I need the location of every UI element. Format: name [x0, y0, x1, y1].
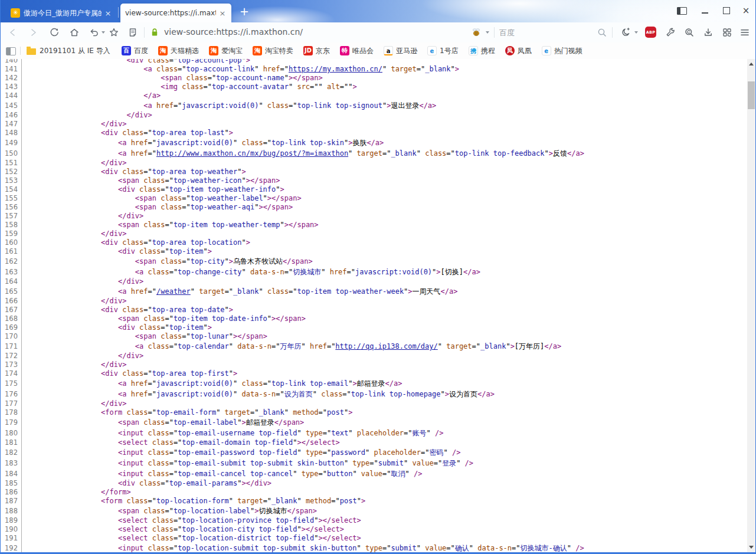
bookmark-folder-ie-import[interactable]: 20191101 从 IE 导入 — [27, 42, 110, 59]
line-number: 183 — [1, 458, 22, 468]
bookmark-item[interactable]: 凤凤凰 — [505, 46, 532, 56]
home-icon[interactable] — [69, 27, 80, 38]
code-text: <img class="top-account-avatar" src="" a… — [22, 83, 357, 91]
source-code-line: 140 <div class="top-account-pop"> — [1, 59, 747, 65]
code-text: </form> — [22, 488, 131, 497]
bookmark-favicon-icon: a — [384, 46, 393, 55]
line-number: 153 — [1, 176, 22, 185]
search-engine-bee-icon[interactable] — [471, 27, 482, 38]
adblock-plus-icon[interactable]: ABP — [645, 27, 656, 38]
https-lock-icon[interactable] — [149, 27, 160, 38]
code-text: </div> — [22, 212, 143, 221]
line-number: 159 — [1, 230, 22, 238]
tab-title: view-source:https://i.maxthon.cn/ — [125, 9, 216, 17]
notes-page-icon[interactable] — [127, 27, 138, 38]
source-code-line: 190 <select class="top-location-city top… — [1, 525, 747, 534]
minimize-button[interactable] — [697, 5, 712, 17]
source-code-line: 153 <span class="top-weather-icon"></spa… — [1, 176, 747, 185]
code-text: <input class="top-email-username top-fie… — [22, 428, 443, 438]
apps-grid-icon[interactable] — [722, 27, 732, 38]
source-code-line: 181 <select class="top-email-domain top-… — [1, 438, 747, 447]
back-icon[interactable] — [8, 27, 18, 38]
tab-bar: ✳ 傲游今日_傲游用户专属的网 × view-source:https://i.… — [0, 0, 756, 22]
search-input[interactable]: 百度 — [499, 28, 515, 38]
undo-dropdown-caret-icon[interactable] — [102, 31, 105, 34]
wrench-dev-tools-icon[interactable] — [665, 27, 676, 38]
source-code-line: 192 <input class="top-location-submit to… — [1, 543, 747, 552]
code-text: </div> — [22, 277, 143, 286]
refresh-icon[interactable] — [49, 27, 60, 38]
source-code-line: 175 <a href="javascript:void(0)" class="… — [1, 378, 747, 389]
source-url-link[interactable]: /weather — [156, 287, 191, 296]
line-number: 147 — [1, 120, 22, 129]
favorites-panel-toggle-icon[interactable] — [6, 47, 16, 55]
source-code-line: 173 </div> — [1, 360, 747, 369]
code-text: </div> — [22, 399, 126, 408]
line-number: 166 — [1, 297, 22, 306]
scroll-down-icon[interactable] — [749, 546, 754, 549]
bookmark-item[interactable]: JD京东 — [303, 46, 330, 56]
bookmark-label: 唯品会 — [352, 46, 374, 56]
resource-sniffer-icon[interactable] — [684, 27, 695, 38]
bookmark-item[interactable]: 百百度 — [122, 46, 148, 56]
line-number: 149 — [1, 137, 22, 148]
source-code-line: 189 <select class="top-location-province… — [1, 516, 747, 525]
tab-close-icon[interactable]: × — [104, 9, 112, 18]
window-close-button[interactable]: × — [738, 5, 754, 17]
source-code-line: 191 <select class="top-location-district… — [1, 534, 747, 543]
toolbar-divider — [612, 27, 613, 38]
favorite-star-icon[interactable] — [109, 27, 119, 38]
bookmark-item[interactable]: a亚马逊 — [384, 46, 417, 56]
side-panel-toggle-icon[interactable] — [674, 5, 689, 17]
night-mode-moon-icon[interactable] — [620, 27, 631, 38]
code-text: <span class="top-email-label">邮箱登录</span… — [22, 417, 304, 428]
bookmark-item[interactable]: e热门视频 — [542, 46, 582, 56]
bookmark-item[interactable]: e1号店 — [427, 46, 459, 56]
source-url-link[interactable]: http://qq.ip138.com/day/ — [335, 342, 437, 350]
bookmark-label: 亚马逊 — [396, 46, 417, 56]
code-text: <div class="top-area top-weather"> — [22, 168, 246, 176]
forward-icon[interactable] — [28, 27, 38, 38]
line-number: 154 — [1, 185, 22, 194]
source-url-link[interactable]: https://my.maxthon.cn/ — [289, 65, 382, 73]
tab-close-icon[interactable]: × — [218, 9, 227, 18]
maxthon-today-favicon-icon: ✳ — [11, 8, 20, 18]
search-icon[interactable] — [597, 27, 607, 38]
line-number: 176 — [1, 389, 22, 399]
search-engine-caret-icon[interactable] — [486, 31, 489, 34]
scrollbar-thumb[interactable] — [748, 81, 755, 109]
night-mode-caret-icon[interactable] — [634, 31, 638, 34]
bookmark-item[interactable]: 淘爱淘宝 — [209, 46, 243, 56]
line-number: 177 — [1, 399, 22, 408]
tab-view-source[interactable]: view-source:https://i.maxthon.cn/ × — [120, 4, 231, 22]
line-number: 178 — [1, 408, 22, 417]
main-menu-icon[interactable] — [739, 27, 750, 38]
bookmark-label: 爱淘宝 — [221, 46, 243, 56]
line-number: 164 — [1, 277, 22, 286]
vertical-scrollbar[interactable] — [747, 59, 755, 552]
maximize-button[interactable] — [719, 5, 734, 17]
tab-maxthon-today[interactable]: ✳ 傲游今日_傲游用户专属的网 × — [6, 4, 117, 22]
bookmark-item[interactable]: 淘天猫精选 — [158, 46, 199, 56]
bookmark-item[interactable]: 特唯品会 — [340, 46, 374, 56]
bookmark-item[interactable]: 携携程 — [469, 46, 495, 56]
code-text: <span class="top-account-name"></span> — [22, 74, 323, 83]
code-text: <span class="top-location-label">切换城市</s… — [22, 506, 317, 516]
undo-icon[interactable] — [89, 27, 99, 38]
bookmark-label: 热门视频 — [554, 46, 582, 56]
line-number: 191 — [1, 534, 22, 543]
source-url-link[interactable]: http://www.maxthon.cn/mx/bug/post/?m=ima… — [156, 149, 348, 158]
address-bar-url[interactable]: view-source:https://i.maxthon.cn/ — [164, 27, 303, 37]
download-icon[interactable] — [703, 27, 714, 38]
source-code-line: 178 <form class="top-email-form" target=… — [1, 408, 747, 417]
bookmark-label: 百度 — [134, 46, 148, 56]
code-text: <a href="javascript:void(0)" class="top-… — [22, 137, 384, 148]
code-text: <div class="top-account-pop"> — [22, 59, 250, 65]
line-number: 151 — [1, 159, 22, 168]
new-tab-button[interactable]: + — [237, 4, 251, 18]
line-number: 184 — [1, 468, 22, 479]
scroll-up-icon[interactable] — [749, 63, 754, 65]
line-number: 148 — [1, 129, 22, 137]
bookmark-favicon-icon: e — [427, 46, 437, 55]
bookmark-item[interactable]: 淘淘宝特卖 — [253, 46, 293, 56]
